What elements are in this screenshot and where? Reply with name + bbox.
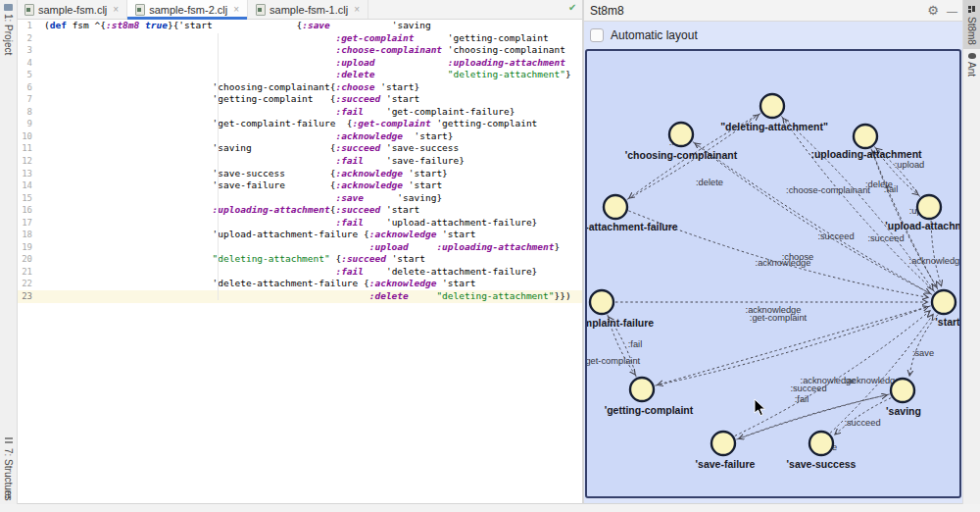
line-number: 10 [17, 130, 38, 143]
node-label: 'delete-attachment-failure [587, 221, 678, 232]
code-token: :get-complaint [353, 118, 431, 128]
code-line[interactable]: 21 :fail 'delete-attachment-failure} [17, 266, 582, 279]
toolwindow-partial-label[interactable]: es [3, 490, 14, 501]
code-line[interactable]: 14 'save-failure {:acknowledge 'start [17, 179, 582, 192]
toolwindow-label: St8m8 [966, 17, 977, 45]
code-token: :delete [335, 69, 374, 79]
code-text: :acknowledge 'start} [44, 130, 454, 143]
code-line[interactable]: 18 'upload-attachment-failure {:acknowle… [17, 229, 582, 241]
code-line[interactable]: 11 'saving {:succeed 'save-success [17, 142, 582, 155]
toolwindow-label: Ant [966, 62, 977, 77]
editor-zone: sample-fsm.clj×sample-fsm-2.clj×sample-f… [17, 0, 582, 504]
toolwindow-button-st8m8[interactable]: St8m8 [963, 0, 980, 49]
code-line[interactable]: 15 :save 'saving} [17, 192, 582, 205]
state-node-st[interactable] [932, 290, 956, 314]
line-number: 18 [17, 229, 38, 241]
code-token: fsm ^{ [67, 20, 106, 30]
code-token: 'upload-attachment-failure} [364, 217, 537, 228]
code-line[interactable]: 10 :acknowledge 'start} [17, 130, 582, 143]
code-text: :uploading-attachment{:succeed 'start [44, 204, 419, 217]
clj-file-icon [135, 4, 145, 16]
state-node-gc[interactable] [630, 378, 654, 401]
toolwindow-button-1-project[interactable]: 1: Project [0, 0, 17, 59]
code-token [44, 241, 369, 252]
line-number: 11 [17, 142, 38, 155]
tab-close-icon[interactable]: × [233, 4, 239, 15]
code-line[interactable]: 20 "deleting-attachment" {:succeed 'star… [17, 253, 582, 266]
state-node-uf[interactable] [917, 195, 941, 219]
code-text: :delete "deleting-attachment"} [44, 69, 571, 81]
state-node-sv[interactable] [891, 379, 914, 402]
code-line[interactable]: 9 'get-complaint-failure {:get-complaint… [17, 118, 582, 130]
code-line[interactable]: 7 'getting-complaint {:succeed 'start [17, 93, 582, 106]
toolwindow-button-ant[interactable]: Ant [963, 49, 980, 80]
tab-close-icon[interactable]: × [113, 4, 119, 15]
code-line[interactable]: 6 'choosing-complainant{:choose 'start} [17, 81, 582, 94]
code-token: :fail [335, 155, 364, 166]
automatic-layout-checkbox[interactable] [590, 28, 604, 42]
code-token: :succeed [335, 204, 380, 215]
line-number: 6 [17, 81, 38, 94]
line-number: 23 [17, 290, 38, 303]
code-line[interactable]: 4 :upload :uploading-attachment [17, 57, 582, 70]
node-label: 'upload-attachment-failure [885, 220, 959, 231]
code-text: :upload :uploading-attachment} [44, 241, 560, 254]
tab-sample-fsm-2.clj[interactable]: sample-fsm-2.clj× [127, 0, 248, 19]
state-node-gf[interactable] [590, 290, 613, 314]
code-line[interactable]: 2 :get-complaint 'getting-complaint [17, 32, 582, 45]
state-node-da[interactable] [760, 94, 784, 118]
state-node-ss[interactable] [809, 432, 833, 455]
edge-label: :succeed [867, 233, 904, 243]
code-token: 'upload-attachment-failure { [44, 229, 369, 239]
code-token: 'get-complaint-failure} [364, 106, 514, 117]
state-node-ch[interactable] [669, 123, 693, 146]
code-token: 'start [380, 204, 419, 215]
state-node-ua[interactable] [854, 125, 877, 148]
code-line[interactable]: 5 :delete "deleting-attachment"} [17, 69, 582, 81]
tab-close-icon[interactable]: × [354, 4, 360, 15]
gear-icon[interactable]: ⚙ [927, 3, 939, 18]
code-line[interactable]: 19 :upload :uploading-attachment} [17, 241, 582, 254]
tab-label: sample-fsm.clj [38, 4, 107, 16]
code-line[interactable]: 3 :choose-complainant 'choosing-complain… [17, 44, 582, 57]
transition-edge-sf-st [735, 311, 930, 435]
state-diagram-svg: :fail:delete:choose-complainant:upload:d… [587, 51, 959, 496]
edge-label: :acknowledge [909, 256, 959, 266]
code-line[interactable]: 22 'delete-attachment-failure {:acknowle… [17, 278, 582, 290]
code-line[interactable]: 17 :fail 'upload-attachment-failure} [17, 217, 582, 230]
code-token [44, 204, 213, 215]
code-token: 'save-failure} [364, 155, 465, 166]
code-token: :st8m8 [106, 20, 139, 30]
inspection-status-icon[interactable]: ✔ [568, 2, 576, 13]
code-line[interactable]: 13 'save-success {:acknowledge 'start} [17, 168, 582, 180]
state-diagram-canvas[interactable]: :fail:delete:choose-complainant:upload:d… [585, 49, 961, 498]
editor-panel-splitter[interactable] [582, 0, 584, 504]
tab-sample-fsm.clj[interactable]: sample-fsm.clj× [17, 0, 127, 19]
code-token: :fail [335, 266, 364, 277]
code-text: :fail 'upload-attachment-failure} [44, 217, 537, 230]
code-token: 'start [436, 229, 475, 239]
clj-file-icon [24, 4, 34, 16]
code-line[interactable]: 23 :delete "deleting-attachment"}}) [17, 290, 582, 303]
folder-icon [4, 4, 13, 11]
state-node-sf[interactable] [711, 432, 735, 455]
code-token: :uploading-attachment [436, 241, 554, 252]
tab-sample-fsm-1.clj[interactable]: sample-fsm-1.clj× [248, 0, 368, 19]
minimize-icon[interactable]: ― [947, 5, 957, 17]
line-number: 20 [17, 253, 38, 266]
structure-icon [5, 437, 13, 445]
code-line[interactable]: 16 :uploading-attachment{:succeed 'start [17, 204, 582, 217]
edge-label: :get-complaint [750, 313, 808, 323]
code-line[interactable]: 8 :fail 'get-complaint-failure} [17, 106, 582, 119]
code-token: 'getting-complaint { [44, 93, 335, 104]
edge-label: :upload [895, 160, 925, 170]
state-node-df[interactable] [604, 195, 627, 219]
code-line[interactable]: 12 :fail 'save-failure} [17, 155, 582, 168]
code-line[interactable]: 1(def fsm ^{:st8m8 true}{'start {:save '… [17, 20, 582, 32]
node-label: 'saving [886, 405, 921, 417]
edge-label: :acknowledge [756, 258, 811, 268]
code-token: :succeed [335, 142, 380, 153]
code-token: 'save-success [380, 142, 459, 153]
code-editor[interactable]: 1(def fsm ^{:st8m8 true}{'start {:save '… [17, 20, 582, 303]
line-number: 17 [17, 217, 38, 230]
